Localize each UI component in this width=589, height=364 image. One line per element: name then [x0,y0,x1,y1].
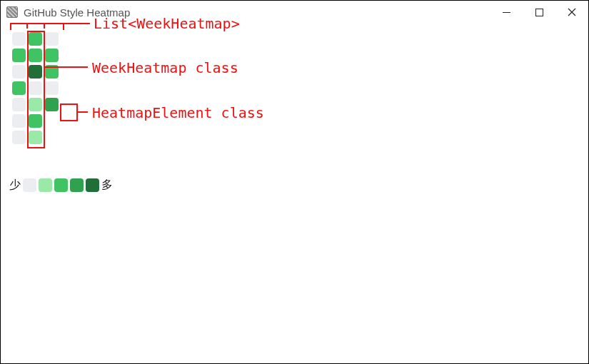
heatmap-cell [45,32,59,46]
legend-swatch [86,178,99,192]
heatmap-cell [45,49,59,62]
heatmap-cell [12,32,26,46]
week-annotation-text: WeekHeatmap class [92,59,238,76]
week-annotation-box [27,31,45,148]
client-area: List<WeekHeatmap> WeekHeatmap class Heat… [1,24,587,362]
maximize-button[interactable] [523,1,555,24]
svg-rect-0 [535,9,543,16]
legend-swatches [23,178,99,192]
minimize-button[interactable] [490,1,523,24]
window-buttons [490,1,588,24]
list-annotation-leader [61,23,90,24]
heatmap-cell [45,81,59,95]
element-annotation-box [60,103,78,121]
legend-low-label: 少 [9,178,21,193]
element-annotation-text: HeatmapElement class [92,104,264,121]
heatmap-cell [12,114,26,128]
legend-swatch [23,178,36,192]
heatmap-week-column [45,32,59,144]
list-annotation-bracket [10,23,64,30]
legend-high-label: 多 [101,178,113,193]
legend-swatch [70,178,84,192]
heatmap-cell [12,81,26,95]
legend: 少 多 [9,178,113,193]
app-window: GitHub Style Heatmap List<WeekHeatmap> W… [0,0,589,364]
element-annotation-leader [78,111,88,113]
bracket-tick-1 [26,23,28,29]
heatmap-cell [12,131,26,144]
heatmap-cell [45,98,59,111]
heatmap-cell [12,65,26,79]
week-annotation-leader [45,66,88,68]
heatmap-cell [12,98,26,111]
legend-swatch [39,178,52,192]
app-icon [6,6,18,18]
bracket-tick-2 [44,23,45,29]
list-annotation-text: List<WeekHeatmap> [94,15,240,32]
heatmap-cell [12,49,26,62]
legend-swatch [54,178,68,192]
heatmap-week-column [12,32,26,144]
close-button[interactable] [555,1,588,24]
title-bar: GitHub Style Heatmap [1,1,588,24]
